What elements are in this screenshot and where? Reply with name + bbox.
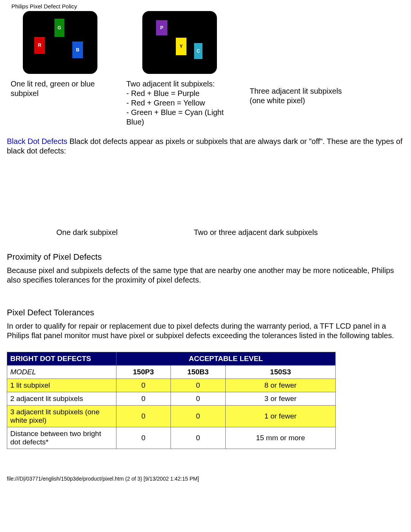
cyan-chip: C (194, 43, 202, 59)
value-cell: 0 (170, 406, 226, 427)
table-row: 1 lit subpixel008 or fewer (7, 379, 336, 392)
header-acceptable: ACCEPTABLE LEVEL (116, 352, 336, 366)
value-cell: 0 (170, 392, 226, 406)
proximity-heading: Proximity of Pixel Defects (7, 252, 404, 262)
row-label-cell: Distance between two bright dot defects* (7, 427, 116, 449)
diagram-cell-pyc: P Y C Two adjacent lit subpixels: - Red … (126, 11, 241, 127)
value-cell: 0 (170, 379, 226, 392)
table-row: 2 adjacent lit subpixels003 or fewer (7, 392, 336, 406)
black-dot-paragraph: Black Dot Defects Black dot defects appe… (7, 137, 404, 156)
footer-path: file:///D|/03771/english/150p3de/product… (0, 464, 411, 486)
value-cell: 0 (116, 406, 171, 427)
caption-one-dark: One dark subpixel (56, 228, 118, 237)
value-cell: 0 (116, 392, 171, 406)
tolerances-text: In order to qualify for repair or replac… (7, 321, 404, 340)
table-model-row: MODEL 150P3 150B3 150S3 (7, 366, 336, 379)
purple-chip: P (156, 20, 167, 35)
row-label-cell: 1 lit subpixel (7, 379, 116, 392)
proximity-text: Because pixel and subpixels defects of t… (7, 266, 404, 285)
bright-dot-table: BRIGHT DOT DEFECTS ACCEPTABLE LEVEL MODE… (7, 352, 336, 449)
value-cell: 0 (170, 427, 226, 449)
rgb-subpixel-panel: R G B (23, 11, 97, 74)
tolerances-heading: Pixel Defect Tolerances (7, 308, 404, 318)
value-cell: 1 or fewer (226, 406, 336, 427)
content-area: R G B One lit red, green or blue subpixe… (0, 11, 411, 464)
red-chip: R (34, 37, 45, 54)
bright-dot-diagram-row: R G B One lit red, green or blue subpixe… (7, 11, 404, 127)
page-title: Philips Pixel Defect Policy (0, 0, 411, 11)
header-bright-dot: BRIGHT DOT DEFECTS (7, 352, 116, 366)
cap2-line1: Two adjacent lit subpixels: (126, 80, 215, 88)
caption-two-three-dark: Two or three adjacent dark subpixels (194, 228, 318, 237)
row-label-cell: 2 adjacent lit subpixels (7, 392, 116, 406)
caption-one-lit: One lit red, green or blue subpixel (11, 74, 117, 98)
cap2-line2: - Red + Blue = Purple (126, 89, 199, 97)
model-label-cell: MODEL (7, 366, 116, 379)
model-150p3: 150P3 (116, 366, 171, 379)
diagram-cell-white: Three adjacent lit subpixels (one white … (250, 11, 356, 105)
value-cell: 15 mm or more (226, 427, 336, 449)
model-150b3: 150B3 (170, 366, 226, 379)
value-cell: 3 or fewer (226, 392, 336, 406)
dark-caption-row: One dark subpixel Two or three adjacent … (7, 228, 404, 237)
table-row: Distance between two bright dot defects*… (7, 427, 336, 449)
caption-two-adjacent: Two adjacent lit subpixels: - Red + Blue… (126, 74, 241, 127)
cap2-line4: - Green + Blue = Cyan (Light Blue) (126, 108, 224, 126)
table-header-row: BRIGHT DOT DEFECTS ACCEPTABLE LEVEL (7, 352, 336, 366)
green-chip: G (54, 19, 64, 37)
table-row: 3 adjacent lit subpixels (one white pixe… (7, 406, 336, 427)
value-cell: 0 (116, 379, 171, 392)
pyc-subpixel-panel: P Y C (142, 11, 217, 74)
cap2-line3: - Red + Green = Yellow (126, 99, 205, 107)
blue-chip: B (72, 42, 83, 58)
yellow-chip: Y (176, 38, 186, 55)
black-dot-term: Black Dot Defects (7, 137, 67, 145)
value-cell: 8 or fewer (226, 379, 336, 392)
caption-three-adjacent: Three adjacent lit subpixels (one white … (250, 68, 349, 105)
model-150s3: 150S3 (226, 366, 336, 379)
diagram-cell-rgb: R G B One lit red, green or blue subpixe… (7, 11, 117, 98)
row-label-cell: 3 adjacent lit subpixels (one white pixe… (7, 406, 116, 427)
value-cell: 0 (116, 427, 171, 449)
